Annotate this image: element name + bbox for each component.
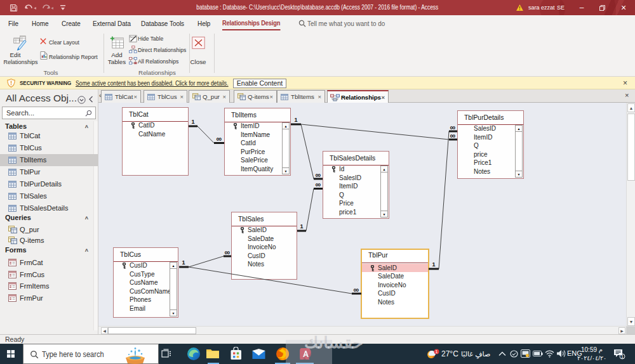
svg-text:1: 1	[294, 117, 297, 123]
svg-text:1: 1	[182, 259, 185, 266]
svg-text:∞: ∞	[217, 134, 222, 143]
svg-text:∞: ∞	[316, 180, 321, 189]
svg-text:∞: ∞	[354, 285, 359, 294]
svg-text:1: 1	[191, 119, 194, 125]
svg-text:1: 1	[432, 261, 435, 268]
svg-text:∞: ∞	[316, 171, 321, 179]
svg-text:∞: ∞	[450, 123, 456, 132]
svg-text:1: 1	[300, 223, 303, 230]
svg-text:∞: ∞	[225, 248, 231, 257]
svg-text:1: 1	[621, 354, 624, 360]
svg-text:1: 1	[436, 349, 438, 354]
svg-text:∞: ∞	[450, 131, 456, 140]
